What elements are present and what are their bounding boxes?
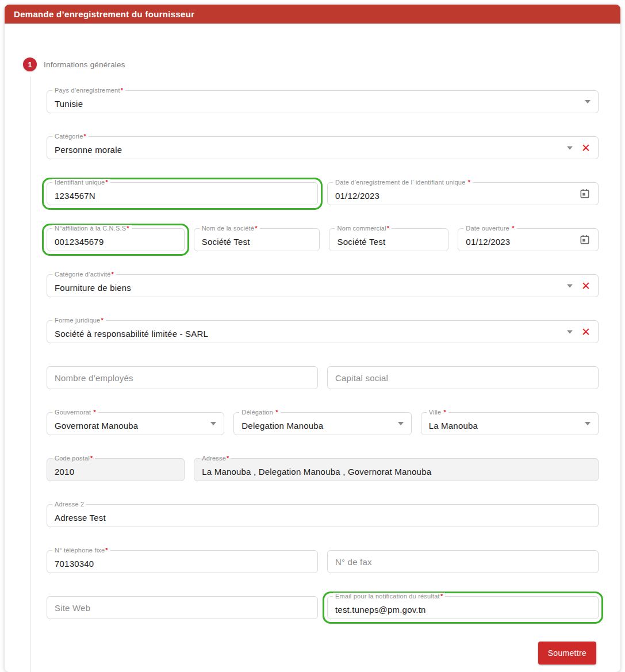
- nom-commercial-field[interactable]: Nom commercial*: [329, 228, 448, 251]
- pays-select[interactable]: Pays d’enregistrement*: [47, 90, 599, 113]
- required-asterisk: *: [84, 133, 86, 140]
- categorie-activite-select[interactable]: Catégorie d’activité* ✕: [47, 274, 599, 297]
- calendar-icon[interactable]: [579, 188, 591, 199]
- code-postal-field: Code postal*: [47, 458, 185, 481]
- ville-select[interactable]: Ville *: [421, 412, 599, 435]
- code-postal-label: Code postal*: [52, 455, 95, 462]
- page-title: Demande d’enregistrement du fournisseur: [14, 9, 194, 19]
- adresse-label: Adresse*: [200, 455, 231, 462]
- adresse2-field[interactable]: Adresse 2: [47, 504, 599, 527]
- required-asterisk: *: [468, 179, 470, 186]
- identifiant-label: Identifiant unique*: [52, 179, 110, 186]
- adresse2-label: Adresse 2: [52, 501, 86, 508]
- required-asterisk: *: [105, 547, 108, 554]
- categorie-activite-value[interactable]: [47, 275, 598, 297]
- submit-button[interactable]: Soumettre: [538, 642, 596, 665]
- date-identifiant-field[interactable]: Date d’enregistrement de l’ identifiant …: [327, 182, 599, 205]
- required-asterisk: *: [105, 179, 108, 186]
- forme-juridique-select[interactable]: Forme juridique* ✕: [47, 320, 599, 343]
- gouvernorat-select[interactable]: Gouvernorat *: [47, 412, 224, 435]
- chevron-down-icon[interactable]: [567, 146, 573, 149]
- clear-icon[interactable]: ✕: [581, 143, 591, 153]
- pays-value[interactable]: [47, 91, 598, 113]
- telephone-field[interactable]: N° téléphone fixe*: [47, 550, 318, 573]
- step-label: Informations générales: [44, 60, 125, 69]
- adresse-field: Adresse*: [194, 458, 599, 481]
- general-info-form: Pays d’enregistrement* Catégorie* ✕ Iden…: [47, 90, 599, 665]
- categorie-value[interactable]: [47, 137, 598, 159]
- required-asterisk: *: [444, 409, 446, 416]
- gouvernorat-label: Gouvernorat *: [52, 409, 98, 416]
- email-notification-field[interactable]: Email pour la notification du résultat*: [327, 596, 599, 619]
- email-label: Email pour la notification du résultat*: [333, 593, 445, 600]
- calendar-icon[interactable]: [579, 234, 591, 245]
- required-asterisk: *: [255, 225, 257, 232]
- required-asterisk: *: [121, 87, 123, 94]
- identifiant-unique-field[interactable]: Identifiant unique*: [47, 182, 318, 205]
- date-ouverture-field[interactable]: Date ouverture *: [458, 228, 599, 251]
- required-asterisk: *: [101, 317, 103, 324]
- fax-field[interactable]: [327, 550, 599, 573]
- form-header: Demande d’enregistrement du fournisseur: [5, 5, 620, 24]
- date-ouverture-label: Date ouverture *: [463, 225, 516, 232]
- chevron-down-icon[interactable]: [585, 100, 591, 103]
- delegation-select[interactable]: Délégation *: [233, 412, 411, 435]
- fax-input[interactable]: [328, 551, 598, 573]
- nom-societe-field[interactable]: Nom de la société*: [194, 228, 320, 251]
- chevron-down-icon[interactable]: [567, 284, 573, 287]
- chevron-down-icon[interactable]: [398, 422, 404, 425]
- forme-juridique-value[interactable]: [47, 321, 598, 343]
- required-asterisk: *: [126, 225, 129, 232]
- required-asterisk: *: [94, 409, 96, 416]
- telephone-label: N° téléphone fixe*: [52, 547, 110, 554]
- clear-icon[interactable]: ✕: [581, 327, 591, 337]
- categorie-select[interactable]: Catégorie* ✕: [47, 136, 599, 159]
- step-general-info: 1 Informations générales: [23, 24, 620, 71]
- nombre-employes-input[interactable]: [47, 367, 317, 389]
- step-number: 1: [28, 60, 32, 69]
- stepper-line: [30, 76, 31, 672]
- site-web-input[interactable]: [47, 597, 317, 619]
- site-web-field[interactable]: [47, 596, 318, 619]
- required-asterisk: *: [440, 593, 443, 600]
- required-asterisk: *: [112, 271, 114, 278]
- cnss-field[interactable]: N°affiliation à la C.N.S.S*: [47, 228, 185, 251]
- clear-icon[interactable]: ✕: [581, 281, 591, 291]
- capital-social-field[interactable]: [327, 366, 599, 389]
- pays-label: Pays d’enregistrement*: [52, 87, 125, 94]
- ville-label: Ville *: [427, 409, 448, 416]
- chevron-down-icon[interactable]: [210, 422, 216, 425]
- adresse2-input[interactable]: [47, 505, 598, 527]
- chevron-down-icon[interactable]: [585, 422, 591, 425]
- form-body: 1 Informations générales Pays d’enregist…: [5, 24, 620, 672]
- cnss-label: N°affiliation à la C.N.S.S*: [52, 225, 132, 232]
- delegation-label: Délégation *: [239, 409, 280, 416]
- nombre-employes-field[interactable]: [47, 366, 318, 389]
- required-asterisk: *: [387, 225, 389, 232]
- nom-commercial-label: Nom commercial*: [335, 225, 392, 232]
- forme-juridique-label: Forme juridique*: [52, 317, 106, 324]
- registration-form-card: Demande d’enregistrement du fournisseur …: [5, 5, 620, 672]
- required-asterisk: *: [275, 409, 278, 416]
- categorie-activite-label: Catégorie d’activité*: [52, 271, 116, 278]
- chevron-down-icon[interactable]: [567, 330, 573, 333]
- date-identifiant-label: Date d’enregistrement de l’ identifiant …: [333, 179, 473, 186]
- adresse-value: [194, 459, 598, 481]
- required-asterisk: *: [90, 455, 93, 462]
- required-asterisk: *: [227, 455, 229, 462]
- categorie-label: Catégorie*: [52, 133, 89, 140]
- nom-societe-label: Nom de la société*: [200, 225, 260, 232]
- capital-social-input[interactable]: [328, 367, 598, 389]
- step-number-badge: 1: [23, 57, 37, 71]
- required-asterisk: *: [512, 225, 514, 232]
